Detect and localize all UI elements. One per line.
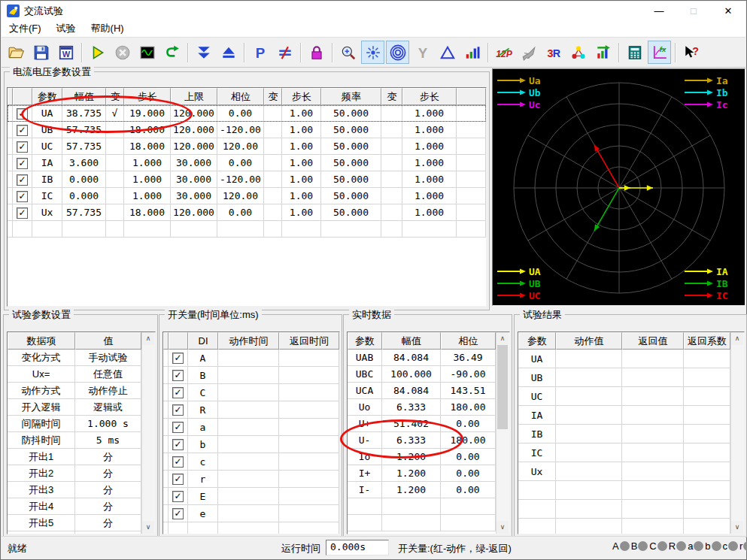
lock-button[interactable] <box>305 41 328 64</box>
test-param-value-cell[interactable]: 分 <box>75 449 141 465</box>
report-export-button[interactable]: W <box>54 41 77 64</box>
fx-curve-button[interactable]: fx <box>648 41 671 64</box>
realtime-scrollbar[interactable]: ∧∨ <box>496 332 509 534</box>
switch-checkbox[interactable]: ✓ <box>172 491 184 502</box>
test-param-row[interactable]: Ux=任意值 <box>8 366 141 383</box>
param-value-cell[interactable]: 1.00 <box>282 138 321 155</box>
param-value-cell[interactable]: 50.000 <box>321 171 381 188</box>
param-row[interactable]: ✓UA38.735√19.000120.0000.001.0050.0001.0… <box>8 105 486 122</box>
param-value-cell[interactable]: 3.600 <box>62 155 106 171</box>
step-down-button[interactable] <box>192 41 215 64</box>
param-value-cell[interactable]: 50.000 <box>321 105 381 122</box>
phase-diff-button[interactable] <box>273 41 296 64</box>
param-row-checkbox[interactable]: ✓ <box>17 207 28 219</box>
stop-test-button[interactable] <box>111 41 134 64</box>
power-p-button[interactable]: P <box>248 41 272 64</box>
test-param-value-cell[interactable]: 1.000 s <box>75 416 141 432</box>
param-value-cell[interactable]: 57.735 <box>62 138 106 155</box>
switch-checkbox[interactable]: ✓ <box>172 353 184 364</box>
scroll-down-arrow[interactable]: ∨ <box>731 521 743 534</box>
param-value-cell[interactable]: 19.000 <box>124 105 171 122</box>
param-value-cell[interactable]: 18.000 <box>124 204 171 221</box>
switch-row[interactable]: ✓R <box>163 401 339 419</box>
param-row-checkbox[interactable]: ✓ <box>17 125 28 136</box>
param-row[interactable]: ✓UB57.73518.000120.000-120.001.0050.0001… <box>8 122 486 138</box>
param-value-cell[interactable] <box>381 105 402 122</box>
test-params-scrollbar[interactable]: ∧∨ <box>141 332 155 534</box>
param-value-cell[interactable] <box>106 171 124 188</box>
param-row[interactable]: ✓UC57.73518.000120.000120.001.0050.0001.… <box>8 138 486 155</box>
switch-checkbox[interactable]: ✓ <box>172 439 184 450</box>
switch-row[interactable]: ✓b <box>163 436 339 453</box>
param-row-checkbox[interactable]: ✓ <box>17 174 28 186</box>
param-value-cell[interactable]: 57.735 <box>62 204 106 221</box>
test-param-row[interactable]: 开出1分 <box>8 449 141 465</box>
switch-checkbox[interactable]: ✓ <box>172 422 184 433</box>
param-value-cell[interactable] <box>264 155 282 171</box>
maximize-button[interactable]: □ <box>676 2 711 20</box>
switch-row[interactable]: ✓A <box>163 350 339 367</box>
test-param-row[interactable]: 开出3分 <box>8 482 141 498</box>
test-param-row[interactable]: 开入逻辑逻辑或 <box>8 399 141 416</box>
param-value-cell[interactable]: 1.00 <box>282 171 321 188</box>
param-row-checkbox[interactable]: ✓ <box>17 158 28 169</box>
switch-row[interactable]: ✓B <box>163 367 339 384</box>
menu-test[interactable]: 试验 <box>49 20 84 37</box>
delta-connection-button[interactable] <box>436 41 459 64</box>
switch-checkbox[interactable]: ✓ <box>172 508 184 519</box>
param-value-cell[interactable]: 120.00 <box>217 138 264 155</box>
param-value-cell[interactable]: 1.000 <box>124 155 171 171</box>
param-value-cell[interactable] <box>381 155 402 171</box>
param-value-cell[interactable] <box>381 171 402 188</box>
param-row-checkbox[interactable]: ✓ <box>17 108 28 120</box>
param-value-cell[interactable]: -120.00 <box>217 122 264 138</box>
scroll-down-arrow[interactable]: ∨ <box>142 521 154 534</box>
param-value-cell[interactable]: 50.000 <box>321 204 381 221</box>
param-value-cell[interactable]: 50.000 <box>321 122 381 138</box>
switch-checkbox[interactable]: ✓ <box>172 370 184 381</box>
param-value-cell[interactable]: 1.00 <box>282 155 321 171</box>
vector-group-button[interactable] <box>566 41 590 64</box>
param-value-cell[interactable] <box>106 155 124 171</box>
save-file-button[interactable] <box>29 41 53 64</box>
menu-help[interactable]: 帮助(H) <box>84 20 132 37</box>
star-view-button[interactable] <box>361 41 384 64</box>
switch-row[interactable]: ✓C <box>163 384 339 401</box>
undo-button[interactable] <box>160 41 184 64</box>
scroll-thumb[interactable] <box>497 345 508 429</box>
test-param-row[interactable]: 变化方式手动试验 <box>8 350 141 366</box>
switch-row[interactable]: ✓a <box>163 419 339 436</box>
test-param-value-cell[interactable]: 分 <box>75 531 141 534</box>
scroll-up-arrow[interactable]: ∧ <box>142 332 154 345</box>
scroll-up-arrow[interactable]: ∧ <box>496 332 509 345</box>
test-param-value-cell[interactable]: 5 ms <box>75 432 141 449</box>
start-test-button[interactable] <box>86 41 109 64</box>
param-value-cell[interactable]: 120.000 <box>171 138 217 155</box>
switch-checkbox[interactable]: ✓ <box>172 387 184 398</box>
param-value-cell[interactable] <box>381 204 402 221</box>
param-row[interactable]: ✓IA3.6001.00030.0000.001.0050.0001.000 <box>8 155 486 171</box>
param-value-cell[interactable]: 1.000 <box>124 188 171 204</box>
three-r-button[interactable]: 3R <box>542 41 565 64</box>
param-value-cell[interactable]: 1.000 <box>402 188 457 204</box>
param-value-cell[interactable]: 1.000 <box>402 155 457 171</box>
param-value-cell[interactable]: 1.000 <box>402 204 457 221</box>
switch-row[interactable]: ✓c <box>163 453 339 471</box>
param-value-cell[interactable]: 120.000 <box>171 105 217 122</box>
param-value-cell[interactable]: 0.00 <box>217 204 264 221</box>
rocket-button[interactable] <box>517 41 540 64</box>
param-value-cell[interactable]: 50.000 <box>321 155 381 171</box>
menu-file[interactable]: 文件(F) <box>2 20 49 37</box>
close-button[interactable]: ✕ <box>711 2 745 20</box>
param-value-cell[interactable] <box>381 138 402 155</box>
param-value-cell[interactable]: 1.000 <box>402 105 457 122</box>
minimize-button[interactable]: — <box>642 2 676 20</box>
param-value-cell[interactable]: 120.00 <box>217 188 264 204</box>
switch-checkbox[interactable]: ✓ <box>172 404 184 416</box>
switch-row[interactable]: ✓r <box>163 471 339 488</box>
param-value-cell[interactable]: 50.000 <box>321 188 381 204</box>
param-value-cell[interactable]: 18.000 <box>124 122 171 138</box>
param-value-cell[interactable]: 30.000 <box>171 155 217 171</box>
context-help-button[interactable]: ? <box>679 41 703 64</box>
param-row-checkbox[interactable]: ✓ <box>17 141 28 153</box>
